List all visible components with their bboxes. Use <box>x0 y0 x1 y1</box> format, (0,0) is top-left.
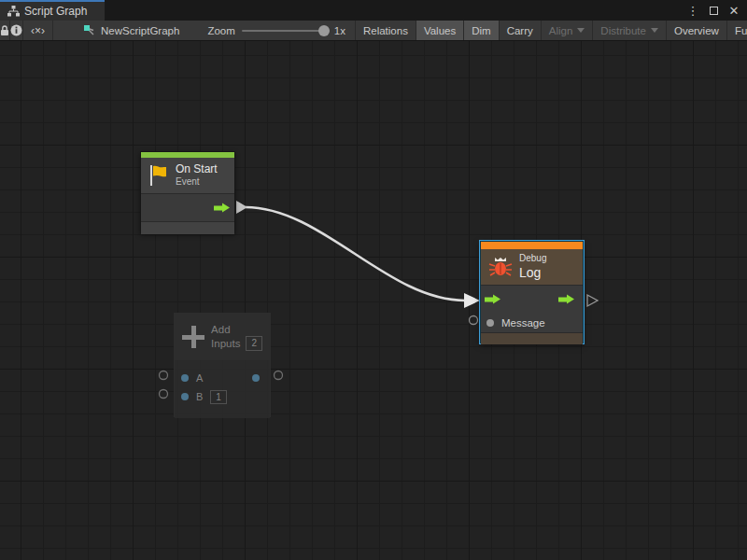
edge-onstart-to-debuglog[interactable] <box>246 207 465 301</box>
on-start-header: On Start Event <box>141 158 234 193</box>
input-b-value-field[interactable]: 1 <box>210 390 227 404</box>
zoom-label: Zoom <box>207 25 234 36</box>
code-icon: ‹×› <box>31 24 45 37</box>
message-port-label: Message <box>501 317 545 329</box>
add-input-b-port-indicator[interactable] <box>160 390 168 399</box>
plus-icon <box>182 326 204 348</box>
node-subtitle: Event <box>176 176 218 189</box>
flow-input-port[interactable] <box>485 295 500 305</box>
add-output-port[interactable] <box>252 374 260 382</box>
more-icon[interactable]: ⋮ <box>685 3 700 18</box>
toolbar-button-fullscreen[interactable]: Full S <box>727 21 747 40</box>
debug-log-message-row: Message <box>481 314 583 332</box>
node-debug-log[interactable]: Debug Log Message <box>480 241 584 343</box>
node-on-start[interactable]: On Start Event <box>140 151 235 233</box>
zoom-group: Zoom 1x <box>200 21 356 40</box>
lock-button[interactable] <box>0 21 10 40</box>
toolbar-button-overview[interactable]: Overview <box>667 21 727 40</box>
add-body: A B 1 <box>175 361 270 418</box>
graph-canvas[interactable]: On Start Event <box>0 41 747 560</box>
input-count-field[interactable]: 2 <box>246 336 262 352</box>
tab-bar: Script Graph ⋮ ✕ <box>0 0 747 21</box>
chevron-down-icon <box>651 28 658 33</box>
input-a-label: A <box>196 372 203 384</box>
node-title: Log <box>519 265 546 282</box>
node-title-line1: Add <box>211 323 262 336</box>
toolbar-button-values[interactable]: Values <box>416 21 464 40</box>
add-input-row-b: B 1 <box>175 387 270 406</box>
debug-log-body <box>481 286 583 314</box>
input-a-port[interactable] <box>181 374 189 382</box>
graph-name-group[interactable]: NewScriptGraph <box>74 21 189 40</box>
node-add-ghost[interactable]: Add Inputs 2 A B 1 <box>174 313 271 417</box>
maximize-icon[interactable] <box>706 3 721 18</box>
edge-layer <box>0 41 747 560</box>
debug-log-footer <box>481 333 583 344</box>
zoom-slider[interactable] <box>242 30 328 32</box>
zoom-slider-handle[interactable] <box>318 25 330 36</box>
zoom-value: 1x <box>334 25 345 36</box>
flag-icon <box>148 164 169 187</box>
edge-source-arrow-icon[interactable] <box>236 201 247 214</box>
toolbar-button-distribute[interactable]: Distribute <box>593 21 667 40</box>
node-supertitle: Debug <box>519 253 546 265</box>
debug-color-bar <box>481 242 583 249</box>
script-graph-icon <box>7 6 20 17</box>
tab-label: Script Graph <box>24 5 87 18</box>
code-view-button[interactable]: ‹×› <box>23 21 53 40</box>
edge-target-arrow-icon[interactable] <box>464 293 480 308</box>
toolbar-button-align[interactable]: Align <box>542 21 594 40</box>
on-start-body <box>141 194 234 221</box>
toolbar-button-dim[interactable]: Dim <box>464 21 499 40</box>
close-icon[interactable]: ✕ <box>726 3 741 18</box>
info-button[interactable] <box>10 21 23 40</box>
tab-script-graph[interactable]: Script Graph <box>0 0 105 21</box>
chevron-down-icon <box>577 28 585 33</box>
window-controls: ⋮ ✕ <box>685 0 747 21</box>
graph-asset-icon <box>83 24 96 36</box>
input-b-port[interactable] <box>181 393 189 400</box>
toolbar-button-relations[interactable]: Relations <box>356 21 416 40</box>
message-value-port[interactable] <box>486 319 494 327</box>
distribute-label: Distribute <box>600 25 646 36</box>
info-icon <box>10 24 22 36</box>
add-output-port-indicator[interactable] <box>275 371 283 380</box>
on-start-footer <box>141 222 234 234</box>
flow-output-port[interactable] <box>214 203 230 213</box>
bug-icon <box>488 255 513 279</box>
node-title: On Start <box>176 162 218 176</box>
debuglog-message-port-indicator[interactable] <box>470 316 478 325</box>
add-header: Add Inputs 2 <box>175 314 270 360</box>
toolbar-button-carry[interactable]: Carry <box>500 21 542 40</box>
script-graph-window: Script Graph ⋮ ✕ ‹×› <box>0 0 747 560</box>
debuglog-output-port-indicator[interactable] <box>587 295 598 306</box>
align-label: Align <box>549 25 573 36</box>
graph-name: NewScriptGraph <box>101 25 179 36</box>
add-input-a-port-indicator[interactable] <box>160 371 168 380</box>
debug-log-header: Debug Log <box>481 249 583 285</box>
flow-output-port[interactable] <box>558 295 574 305</box>
graph-toolbar: ‹×› NewScriptGraph Zoom 1x Relations Val… <box>0 21 747 41</box>
input-b-label: B <box>196 391 203 402</box>
lock-icon <box>0 25 9 36</box>
node-title-line2: Inputs <box>211 337 240 350</box>
